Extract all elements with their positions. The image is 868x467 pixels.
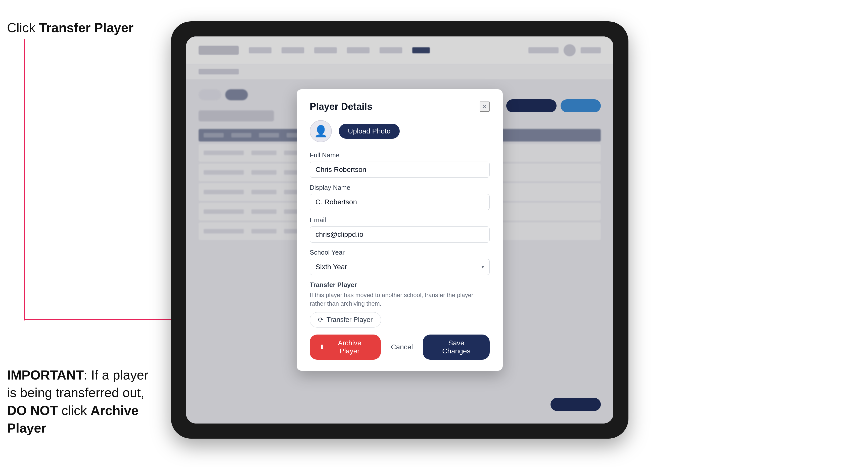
modal-close-button[interactable]: × (479, 101, 490, 112)
instruction-bold: Transfer Player (39, 20, 133, 35)
instruction-top: Click Transfer Player (7, 20, 133, 35)
avatar-upload-row: 👤 Upload Photo (310, 120, 490, 142)
transfer-player-button[interactable]: ⟳ Transfer Player (310, 312, 381, 328)
full-name-label: Full Name (310, 151, 490, 159)
tablet-frame: Player Details × 👤 Upload Photo Full Nam… (171, 21, 628, 439)
transfer-player-description: If this player has moved to another scho… (310, 291, 490, 308)
instruction-bottom: IMPORTANT: If a player is being transfer… (7, 366, 153, 437)
modal-title: Player Details (310, 101, 372, 112)
school-year-group: School Year First Year Second Year Third… (310, 249, 490, 275)
instruction-prefix: Click (7, 20, 39, 35)
display-name-group: Display Name (310, 184, 490, 210)
do-not-bold: DO NOT (7, 403, 58, 418)
full-name-group: Full Name (310, 151, 490, 178)
email-input[interactable] (310, 226, 490, 243)
person-icon: 👤 (314, 125, 328, 138)
modal-footer: ⬇ Archive Player Cancel Save Changes (310, 335, 490, 360)
email-label: Email (310, 216, 490, 224)
full-name-input[interactable] (310, 162, 490, 178)
upload-photo-button[interactable]: Upload Photo (339, 124, 400, 139)
archive-player-button[interactable]: ⬇ Archive Player (310, 335, 381, 360)
display-name-label: Display Name (310, 184, 490, 191)
tablet-screen: Player Details × 👤 Upload Photo Full Nam… (186, 36, 613, 424)
display-name-input[interactable] (310, 194, 490, 210)
arrow-vertical-line (24, 39, 25, 320)
important-bold: IMPORTANT (7, 368, 84, 382)
modal-header: Player Details × (310, 101, 490, 112)
transfer-player-button-label: Transfer Player (327, 316, 373, 324)
cancel-button[interactable]: Cancel (386, 339, 418, 356)
avatar-circle: 👤 (310, 120, 332, 142)
email-group: Email (310, 216, 490, 243)
school-year-select[interactable]: First Year Second Year Third Year Fourth… (310, 259, 490, 275)
archive-icon: ⬇ (319, 343, 325, 351)
modal-overlay: Player Details × 👤 Upload Photo Full Nam… (186, 36, 613, 424)
save-changes-button[interactable]: Save Changes (423, 335, 490, 360)
school-year-select-wrapper: First Year Second Year Third Year Fourth… (310, 259, 490, 275)
transfer-icon: ⟳ (318, 316, 323, 324)
player-details-modal: Player Details × 👤 Upload Photo Full Nam… (297, 89, 503, 371)
archive-player-label: Archive Player (328, 339, 371, 355)
school-year-label: School Year (310, 249, 490, 256)
transfer-player-label: Transfer Player (310, 281, 490, 289)
instruction-rest2: click (58, 403, 91, 418)
transfer-player-section: Transfer Player If this player has moved… (310, 281, 490, 328)
